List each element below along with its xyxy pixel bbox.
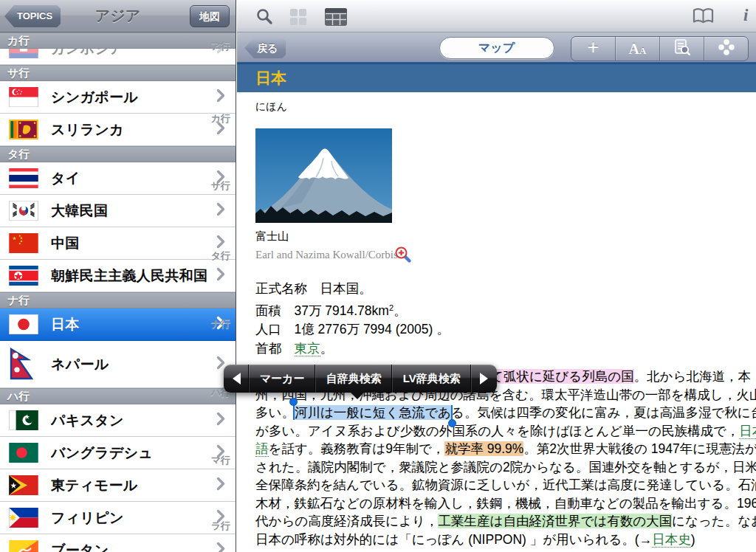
back-button[interactable]: 戻る: [244, 38, 286, 58]
country-label: 朝鮮民主主義人民共和国: [51, 266, 215, 286]
context-menu-item-lv-dictionary-search[interactable]: LV辞典検索: [392, 365, 471, 393]
marker-highlight-green: 工業生産は自由経済世界では有数の大国: [438, 514, 672, 528]
index-label[interactable]: ラ行: [211, 520, 230, 533]
search-icon[interactable]: [255, 7, 273, 28]
article-title-bar: 日本: [237, 63, 756, 92]
country-row-clipped: カンボジア: [0, 49, 236, 65]
sidebar: TOPICS アジア 地図 カ行カンボジアサ行シンガポールスリランカタ行タイ大韓…: [0, 0, 236, 552]
body-text: 。第2次世界大戦後の 1947年に現憲法が施行: [523, 441, 756, 456]
country-row-kp[interactable]: 朝鮮民主主義人民共和国: [0, 260, 236, 292]
flag-pk-icon: [9, 410, 38, 430]
country-row-kr[interactable]: 大韓民国: [0, 195, 236, 227]
book-icon[interactable]: [692, 7, 715, 28]
country-label: 中国: [51, 234, 215, 253]
info-icon[interactable]: i: [743, 6, 748, 25]
font-size-icon: AA: [629, 41, 647, 58]
inline-link[interactable]: 語: [255, 441, 269, 457]
country-row-lk[interactable]: スリランカ: [0, 114, 236, 146]
right-arrow-icon: [480, 373, 488, 384]
body-text: 正式名称 日本国。: [255, 281, 372, 296]
chevron-right-icon: [216, 542, 225, 552]
country-row-sg[interactable]: シンガポール: [0, 81, 236, 114]
body-text: 面積 37万 7914.78km: [255, 303, 389, 318]
index-label[interactable]: マ行: [211, 454, 230, 467]
selection-handle-start[interactable]: [289, 398, 298, 406]
chevron-right-icon: [216, 267, 225, 284]
index-label[interactable]: サ行: [211, 179, 230, 193]
topics-back-button[interactable]: TOPICS: [4, 5, 61, 27]
body-text: 。: [394, 303, 407, 318]
marker-highlight-pink: て弧状に延びる列島の国: [490, 369, 634, 384]
country-label: パキスタン: [51, 411, 215, 430]
index-label[interactable]: ア行: [211, 40, 230, 53]
country-label: ネパール: [51, 355, 215, 374]
body-text: 多い。: [255, 405, 295, 420]
back-button-label: 戻る: [244, 38, 286, 58]
chevron-right-icon: [216, 202, 225, 219]
country-label: タイ: [51, 169, 215, 188]
table-view-icon[interactable]: [324, 7, 348, 30]
flag-kr-icon: [9, 201, 38, 221]
text-selection[interactable]: 河川は一般に短く急流であ: [295, 405, 451, 420]
mount-fuji-photo[interactable]: [255, 128, 392, 223]
related-entries-button[interactable]: [704, 37, 748, 61]
body-text: 全保障条約を結んでいる。鉱物資源に乏しいが，近代工業は高度に発達している。石油，: [255, 477, 756, 492]
country-row-bd[interactable]: バングラデシュ: [0, 437, 236, 469]
context-menu-item-self-dictionary-search[interactable]: 自辞典検索: [315, 365, 392, 393]
zoom-in-icon[interactable]: [394, 246, 412, 266]
section-header: ハ行: [0, 388, 236, 404]
context-menu-prev-button[interactable]: [224, 365, 249, 393]
country-row-ph[interactable]: フィリピン: [0, 502, 236, 534]
body-text: になった。なお，: [672, 514, 756, 528]
index-label[interactable]: カ行: [211, 112, 230, 125]
flag-np-icon: [9, 348, 38, 382]
context-menu-item-marker[interactable]: マーカー: [249, 365, 315, 393]
body-text: 首都: [255, 341, 295, 356]
country-row-tl[interactable]: 東ティモール: [0, 469, 236, 502]
map-button[interactable]: 地図: [190, 5, 230, 27]
view-mode-segment-map[interactable]: マップ: [439, 37, 554, 59]
body-text: 。北から北海道，本: [634, 369, 751, 384]
inline-link[interactable]: 東京: [295, 341, 320, 356]
flag-jp-icon: [9, 314, 38, 334]
toolbar-button-group: + AA: [571, 36, 749, 61]
section-header: サ行: [0, 65, 236, 81]
sidebar-header: TOPICS アジア 地図: [0, 0, 236, 32]
inline-link[interactable]: 日本: [739, 424, 756, 439]
inline-link[interactable]: 日本史: [652, 532, 691, 548]
section-header: ナ行: [0, 292, 236, 308]
country-row-jp[interactable]: 日本: [0, 308, 236, 341]
body-text: が多い。アイヌ系および少数の外国系の人々を除けばほとんど単一の民族構成で，: [255, 424, 739, 438]
section-header: タ行: [0, 146, 236, 162]
index-label[interactable]: タ行: [211, 249, 230, 263]
body-text: る。気候は四季の変化に富み，夏は高温多湿で秋に台風: [451, 405, 756, 420]
marker-highlight-orange: 就学率 99.9%: [444, 441, 523, 456]
flag-bd-icon: [9, 443, 38, 463]
left-arrow-icon: [233, 373, 241, 384]
search-in-entry-button[interactable]: [659, 37, 704, 61]
country-label: スリランカ: [51, 120, 215, 139]
country-row-bt[interactable]: ブータン: [0, 534, 236, 552]
top-toolbar: i: [237, 0, 756, 32]
section-header: カ行: [0, 32, 236, 49]
country-row-kh[interactable]: カンボジア: [0, 49, 236, 65]
country-row-cn[interactable]: 中国: [0, 227, 236, 260]
country-label: 日本: [51, 315, 215, 334]
flag-lk-icon: [9, 120, 38, 139]
selection-handle-end[interactable]: [448, 419, 456, 427]
add-bookmark-button[interactable]: +: [571, 37, 615, 61]
country-row-pk[interactable]: パキスタン: [0, 404, 236, 437]
context-menu-pointer: [349, 391, 365, 399]
font-size-button[interactable]: AA: [615, 37, 659, 61]
country-label: カンボジア: [51, 49, 215, 58]
topics-back-label: TOPICS: [4, 5, 61, 27]
context-menu-next-button[interactable]: [471, 365, 497, 393]
country-row-np[interactable]: ネパール: [0, 341, 236, 388]
country-row-th[interactable]: タイ: [0, 162, 236, 195]
country-label: 大韓民国: [51, 201, 215, 221]
index-label[interactable]: ナ行: [211, 317, 230, 331]
chevron-right-icon: [216, 89, 225, 106]
grid-view-icon[interactable]: [289, 7, 308, 30]
sidebar-title: アジア: [95, 6, 140, 26]
related-entries-icon: [718, 38, 735, 59]
